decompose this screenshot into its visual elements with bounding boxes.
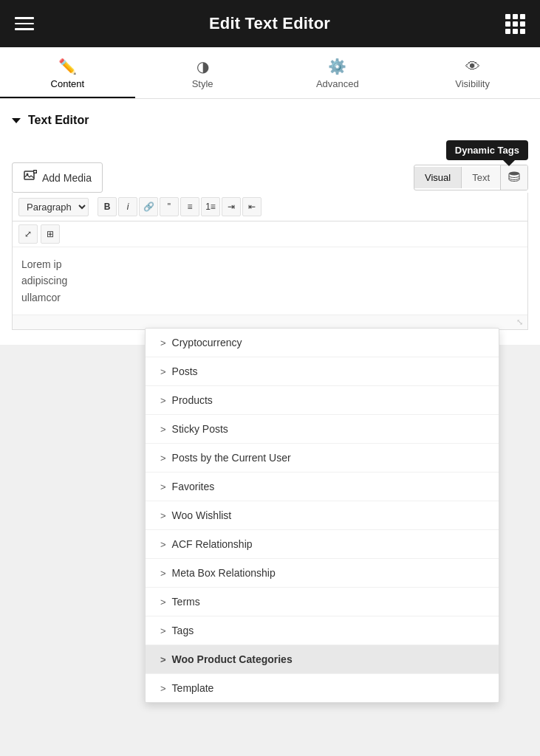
tab-bar: ✏️ Content ◑ Style ⚙️ Advanced 👁 Visibil… (0, 47, 540, 99)
half-circle-icon: ◑ (196, 59, 209, 74)
editor-second-row: ⤢ ⊞ (13, 221, 527, 247)
dropdown-item-sticky-posts[interactable]: > Sticky Posts (146, 415, 499, 444)
dropdown-item-favorites[interactable]: > Favorites (146, 472, 499, 501)
gear-icon: ⚙️ (328, 59, 346, 74)
visual-tab[interactable]: Visual (414, 167, 461, 188)
svg-point-5 (509, 172, 519, 176)
dropdown-item-posts[interactable]: > Posts (146, 357, 499, 386)
dropdown-item-template[interactable]: > Template (146, 674, 499, 702)
dropdown-item-terms[interactable]: > Terms (146, 588, 499, 616)
page-title: Edit Text Editor (209, 14, 330, 33)
tab-visibility[interactable]: 👁 Visibility (405, 47, 540, 98)
bold-icon[interactable]: B (98, 197, 117, 216)
paragraph-select[interactable]: Paragraph (18, 198, 89, 216)
blockquote-icon[interactable]: " (160, 197, 179, 216)
link-icon[interactable]: 🔗 (139, 197, 158, 216)
dropdown-item-meta-box-relationship[interactable]: > Meta Box Relationship (146, 559, 499, 588)
svg-rect-0 (24, 171, 34, 179)
collapse-arrow-icon[interactable] (12, 118, 21, 123)
dropdown-item-acf-relationship[interactable]: > ACF Relationship (146, 530, 499, 559)
dropdown-menu: > Cryptocurrency > Posts > Products > St… (145, 328, 499, 703)
ul-icon[interactable]: ≡ (180, 197, 199, 216)
italic-icon[interactable]: i (118, 197, 137, 216)
dropdown-item-woo-wishlist[interactable]: > Woo Wishlist (146, 501, 499, 530)
outdent-icon[interactable]: ⇤ (242, 197, 262, 216)
pencil-icon: ✏️ (58, 59, 77, 74)
add-media-label: Add Media (42, 172, 92, 184)
section-heading: Text Editor (12, 114, 528, 127)
add-media-button[interactable]: Add Media (12, 162, 103, 193)
table-icon[interactable]: ⊞ (41, 224, 60, 244)
format-icons-row: B i 🔗 " ≡ 1≡ ⇥ ⇤ (98, 197, 262, 216)
visual-text-switcher: Visual Text (414, 165, 528, 190)
fullscreen-icon[interactable]: ⤢ (18, 224, 38, 244)
tab-style[interactable]: ◑ Style (135, 47, 270, 98)
dropdown-item-cryptocurrency[interactable]: > Cryptocurrency (146, 329, 499, 357)
menu-icon[interactable] (15, 17, 34, 30)
dropdown-item-products[interactable]: > Products (146, 386, 499, 415)
ol-icon[interactable]: 1≡ (201, 197, 220, 216)
dropdown-item-posts-by-current-user[interactable]: > Posts by the Current User (146, 444, 499, 472)
indent-icon[interactable]: ⇥ (222, 197, 241, 216)
dropdown-item-woo-product-categories[interactable]: > Woo Product Categories (146, 645, 499, 674)
app-header: Edit Text Editor (0, 0, 540, 47)
dropdown-item-tags[interactable]: > Tags (146, 616, 499, 645)
tab-advanced[interactable]: ⚙️ Advanced (270, 47, 406, 98)
tab-content[interactable]: ✏️ Content (0, 47, 135, 98)
resize-icon: ⤡ (516, 317, 523, 327)
apps-icon[interactable] (505, 14, 525, 34)
dynamic-tags-button[interactable] (500, 165, 527, 190)
eye-icon: 👁 (465, 59, 480, 74)
editor-content[interactable]: Lorem ip adipiscing ullamcor (13, 247, 527, 315)
main-content: Text Editor Dynamic Tags Add Media Visua… (0, 99, 540, 345)
editor-area: Paragraph B i 🔗 " ≡ 1≡ ⇥ ⇤ ⤢ ⊞ Lorem ip … (12, 193, 528, 330)
dynamic-tags-tooltip: Dynamic Tags (446, 140, 528, 160)
editor-toolbar: Add Media Visual Text (12, 162, 528, 193)
format-bar: Paragraph B i 🔗 " ≡ 1≡ ⇥ ⇤ (13, 193, 527, 221)
media-icon (23, 168, 38, 187)
text-tab[interactable]: Text (461, 167, 500, 188)
section-title: Text Editor (28, 114, 89, 127)
